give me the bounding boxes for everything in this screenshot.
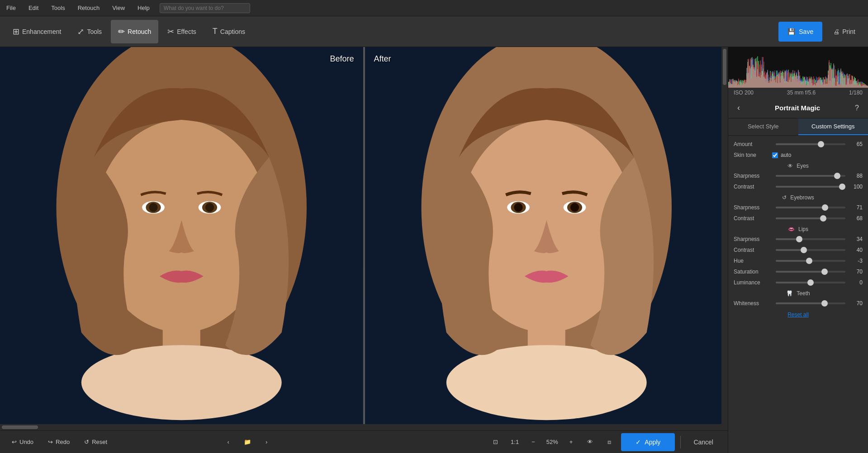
zoom-out-button[interactable]: − (527, 436, 540, 448)
lips-luminance-thumb[interactable] (807, 279, 814, 286)
lips-luminance-label: Luminance (734, 279, 772, 286)
teeth-section-header: 🦷 Teeth (734, 290, 863, 297)
panel-header: ‹ Portrait Magic ? (728, 98, 868, 118)
retouch-tool-button[interactable]: ✏ Retouch (111, 20, 158, 43)
eyes-contrast-label: Contrast (734, 184, 772, 190)
captions-label: Captions (220, 28, 245, 35)
amount-thumb[interactable] (818, 141, 824, 147)
eyes-contrast-slider[interactable] (776, 186, 845, 188)
svg-point-21 (446, 345, 646, 420)
menu-edit[interactable]: Edit (26, 3, 41, 13)
save-icon: 💾 (787, 28, 795, 35)
zoom-fit-button[interactable]: 1:1 (506, 436, 523, 448)
amount-value: 65 (849, 141, 863, 147)
panel-back-button[interactable]: ‹ (734, 101, 744, 114)
eye-toggle-button[interactable]: 👁 (583, 436, 598, 448)
split-view-icon: ⧈ (607, 439, 611, 446)
tools-icon: ⤢ (77, 27, 84, 37)
panel-title: Portrait Magic (744, 104, 851, 112)
enhancement-tool-button[interactable]: ⊞ Enhancement (5, 20, 68, 43)
eyebrows-contrast-thumb[interactable] (820, 215, 826, 222)
lips-contrast-row: Contrast 40 (734, 247, 863, 253)
eyes-sharpness-label: Sharpness (734, 173, 772, 179)
eyes-icon: 👁 (787, 163, 793, 169)
lips-contrast-slider[interactable] (776, 249, 845, 251)
eyes-contrast-thumb[interactable] (839, 184, 845, 190)
before-image (0, 47, 363, 424)
eyes-sharpness-row: Sharpness 88 (734, 173, 863, 179)
lips-luminance-row: Luminance 0 (734, 279, 863, 286)
lips-hue-value: -3 (849, 258, 863, 264)
zoom-in-button[interactable]: + (565, 436, 578, 448)
eyes-sharpness-thumb[interactable] (834, 173, 840, 179)
amount-slider[interactable] (776, 143, 845, 145)
canvas-scroll-thumb-v[interactable] (723, 49, 726, 85)
nav-next-button[interactable]: › (261, 436, 272, 448)
lips-contrast-thumb[interactable] (801, 247, 807, 253)
effects-tool-button[interactable]: ✂ Effects (160, 20, 204, 43)
amount-row: Amount 65 (734, 141, 863, 147)
captions-icon: T (213, 27, 218, 36)
teeth-label: Teeth (797, 290, 810, 297)
tab-select-style[interactable]: Select Style (728, 118, 798, 135)
canvas-horizontal-scrollbar[interactable] (0, 424, 728, 430)
tab-custom-settings[interactable]: Custom Settings (798, 118, 868, 135)
cancel-button[interactable]: Cancel (686, 433, 721, 451)
lips-luminance-fill (776, 282, 811, 283)
apply-check-icon: ✓ (636, 439, 641, 446)
nav-next-icon: › (266, 439, 267, 445)
lips-saturation-slider[interactable] (776, 271, 845, 273)
menu-tools[interactable]: Tools (48, 3, 67, 13)
lips-hue-slider[interactable] (776, 260, 845, 262)
teeth-whiteness-slider[interactable] (776, 302, 845, 304)
lips-hue-label: Hue (734, 258, 772, 264)
eyebrows-contrast-value: 68 (849, 215, 863, 222)
eyebrows-sharpness-thumb[interactable] (822, 204, 828, 211)
eyebrows-sharpness-slider[interactable] (776, 207, 845, 208)
bottom-bar: ↩ Undo ↪ Redo ↺ Reset ‹ 📁 › (0, 430, 728, 453)
eyes-sharpness-slider[interactable] (776, 175, 845, 177)
exif-lens: 35 mm f/5.6 (787, 90, 816, 96)
effects-icon: ✂ (167, 27, 174, 37)
skin-tone-checkbox[interactable] (772, 152, 778, 158)
lips-luminance-value: 0 (849, 279, 863, 286)
lips-hue-thumb[interactable] (806, 258, 812, 264)
apply-button[interactable]: ✓ Apply (621, 433, 675, 451)
redo-button[interactable]: ↪ Redo (43, 436, 74, 448)
menu-view[interactable]: View (109, 3, 128, 13)
panel-help-button[interactable]: ? (851, 102, 863, 114)
eyebrows-contrast-slider[interactable] (776, 217, 845, 219)
captions-tool-button[interactable]: T Captions (205, 20, 252, 43)
eyebrows-contrast-label: Contrast (734, 215, 772, 222)
menu-help[interactable]: Help (135, 3, 152, 13)
eyes-sharpness-fill (776, 175, 837, 177)
canvas-scroll-thumb-h[interactable] (2, 425, 38, 429)
cancel-label: Cancel (693, 439, 713, 446)
nav-prev-button[interactable]: ‹ (223, 436, 234, 448)
save-button[interactable]: 💾 Save (778, 22, 822, 42)
split-view-button[interactable]: ⧈ (603, 436, 616, 448)
tools-tool-button[interactable]: ⤢ Tools (70, 20, 109, 43)
lips-saturation-thumb[interactable] (821, 269, 828, 275)
lips-section-header: 👄 Lips (734, 226, 863, 232)
menu-file[interactable]: File (4, 3, 19, 13)
reset-button[interactable]: ↺ Reset (80, 436, 112, 448)
search-input[interactable] (160, 3, 250, 13)
open-folder-button[interactable]: 📁 (239, 436, 256, 448)
fit-view-button[interactable]: ⊡ (489, 436, 503, 448)
right-panel: ISO 200 35 mm f/5.6 1/180 ‹ Portrait Mag… (728, 47, 868, 453)
svg-point-10 (81, 345, 282, 420)
undo-label: Undo (19, 439, 33, 445)
teeth-whiteness-value: 70 (849, 300, 863, 307)
lips-sharpness-slider[interactable] (776, 238, 845, 240)
lips-luminance-slider[interactable] (776, 282, 845, 283)
after-image (365, 47, 728, 424)
canvas-vertical-scrollbar[interactable] (721, 47, 728, 424)
undo-button[interactable]: ↩ Undo (7, 436, 38, 448)
menu-retouch[interactable]: Retouch (75, 3, 102, 13)
lips-sharpness-thumb[interactable] (796, 236, 802, 242)
print-button[interactable]: 🖨 Print (826, 22, 863, 42)
folder-icon: 📁 (244, 439, 251, 445)
teeth-whiteness-thumb[interactable] (821, 300, 828, 307)
reset-all-button[interactable]: Reset all (787, 311, 809, 318)
